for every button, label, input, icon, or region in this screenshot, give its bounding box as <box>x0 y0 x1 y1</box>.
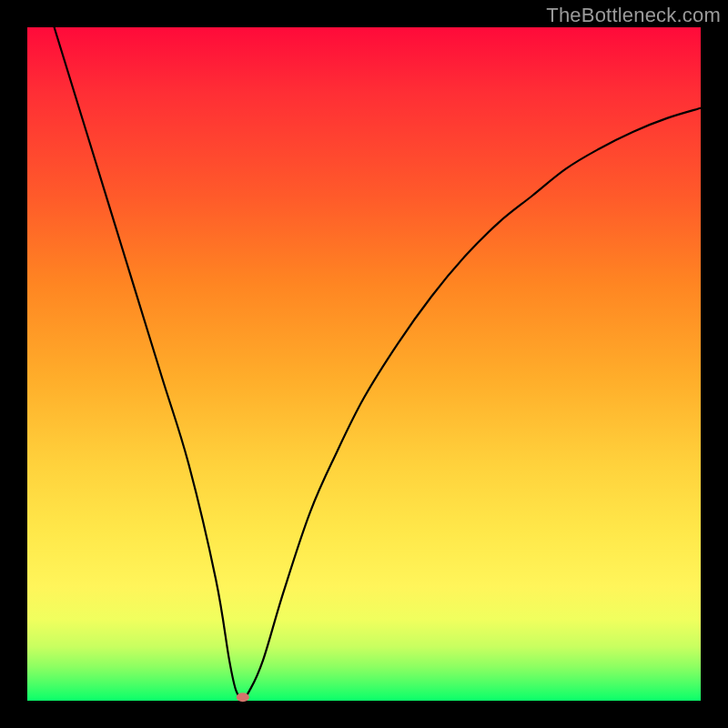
watermark-text: TheBottleneck.com <box>546 4 721 27</box>
chart-frame: TheBottleneck.com <box>0 0 728 728</box>
minimum-marker <box>237 693 249 702</box>
curve-path <box>55 27 701 697</box>
bottleneck-curve <box>27 27 701 701</box>
plot-area <box>27 27 701 701</box>
